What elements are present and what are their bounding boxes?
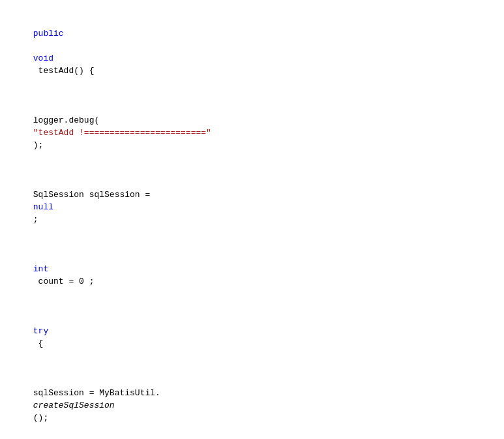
code-line: SqlSession sqlSession = null ;	[0, 164, 504, 238]
code-line: sqlSession = MyBatisUtil. createSqlSessi…	[0, 362, 504, 436]
code-line: try {	[0, 300, 504, 362]
code-editor: public void testAdd() { logger.debug( "t…	[0, 0, 504, 439]
code-line: int count = 0 ;	[0, 238, 504, 300]
code-line: public void testAdd() {	[0, 3, 504, 89]
code-line: logger.debug( "testAdd !================…	[0, 89, 504, 164]
code-line: User user = new User();	[0, 436, 504, 439]
